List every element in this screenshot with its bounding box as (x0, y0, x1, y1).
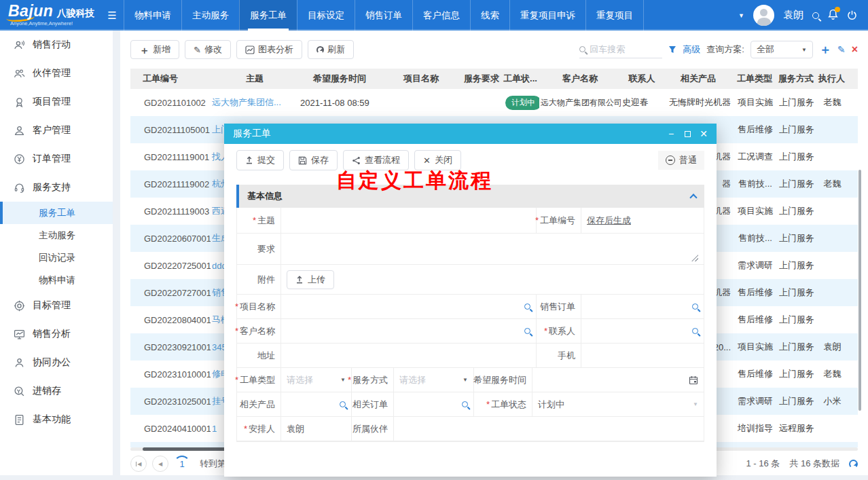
user-avatar[interactable] (753, 5, 774, 26)
sidebar-subitem[interactable]: 主动服务 (0, 224, 113, 246)
edit-button[interactable]: ✎ 修改 (185, 40, 231, 59)
cell-subject-link[interactable]: 远大物产集团信... (211, 96, 299, 109)
vertical-scrollbar[interactable] (858, 170, 861, 411)
topnav-item[interactable]: 物料申请 (124, 0, 181, 31)
topnav-item[interactable]: 重复项目申诉 (509, 0, 585, 31)
lookup-related-order-icon[interactable] (462, 401, 468, 407)
list-toolbar: ＋ 新增 ✎ 修改 图表分析 刷新 高级 查询方案: (130, 39, 858, 60)
first-page-button[interactable]: ◀ (130, 456, 147, 472)
query-plan-select[interactable]: 全部 ▼ (751, 41, 813, 58)
sidebar-item[interactable]: 订单管理 (0, 145, 113, 173)
method-select[interactable]: 请选择 ▼ (393, 368, 473, 392)
mobile-input[interactable] (587, 350, 698, 361)
upload-icon (295, 276, 304, 284)
add-button[interactable]: ＋ 新增 (130, 40, 179, 59)
lookup-sales-order-icon[interactable] (692, 303, 698, 310)
prev-page-button[interactable]: ◀ (152, 456, 168, 472)
sidebar-item[interactable]: 项目管理 (0, 88, 113, 116)
lookup-project-icon[interactable] (524, 303, 530, 310)
menu-toggle-icon[interactable]: ☰ (101, 0, 124, 31)
refresh-button-label: 刷新 (327, 43, 345, 56)
requirement-textarea[interactable] (281, 234, 704, 264)
current-page[interactable]: 1 (174, 456, 190, 472)
refresh-button[interactable]: 刷新 (308, 40, 354, 59)
search-input[interactable] (590, 44, 651, 54)
column-header[interactable]: 项目名称 (380, 73, 462, 85)
column-header[interactable]: 客户名称 (539, 73, 621, 85)
table-row[interactable]: GD2021101002 远大物产集团信... 2021-11-08 08:59… (130, 89, 858, 116)
column-header[interactable]: 服务要求 (462, 73, 501, 85)
sidebar-subitem[interactable]: 服务工单 (0, 202, 113, 224)
notifications-bell-icon[interactable] (828, 9, 838, 22)
save-button[interactable]: 保存 (289, 150, 338, 170)
topnav-item[interactable]: 目标设定 (297, 0, 355, 31)
global-search-icon[interactable] (812, 12, 819, 19)
close-button[interactable]: ✕ 关闭 (414, 150, 461, 170)
lookup-contact-icon[interactable] (692, 328, 698, 334)
column-header[interactable]: 联系人 (621, 73, 663, 85)
column-header[interactable]: 执行人 (816, 73, 847, 85)
column-header[interactable]: 相关产品 (663, 73, 734, 85)
sidebar-item[interactable]: 服务支持 (0, 173, 113, 202)
column-header[interactable]: 工单状... (501, 73, 539, 85)
column-header[interactable]: 服务方式 (776, 73, 816, 85)
user-name[interactable]: 袁朗 (783, 9, 803, 22)
chart-analysis-button[interactable]: 图表分析 (236, 40, 302, 59)
sidebar-subitem[interactable]: 回访记录 (0, 246, 113, 269)
column-header[interactable]: 希望服务时间 (299, 73, 380, 85)
delete-plan-icon[interactable]: × (852, 44, 858, 55)
lookup-customer-icon[interactable] (524, 328, 530, 334)
more-tabs-caret-icon[interactable]: ▼ (738, 12, 744, 19)
topnav-item[interactable]: 重复项目 (585, 0, 644, 31)
type-select[interactable]: 请选择 ▼ (281, 368, 351, 392)
section-basic-info[interactable]: 基本信息 (236, 185, 704, 208)
chevron-up-icon[interactable] (689, 193, 697, 201)
column-header[interactable]: 主题 (211, 73, 299, 85)
sales-order-input[interactable] (587, 301, 692, 312)
table-header-row: 工单编号主题希望服务时间项目名称服务要求工单状...客户名称联系人相关产品工单类… (130, 69, 858, 89)
topnav-item[interactable]: 客户信息 (412, 0, 470, 31)
lookup-product-icon[interactable] (340, 401, 346, 407)
sidebar-item[interactable]: 销售分析 (0, 320, 113, 348)
column-header[interactable]: 工单编号 (143, 73, 211, 85)
close-icon[interactable]: ✕ (700, 130, 708, 138)
advanced-search-link[interactable]: 高级 (683, 43, 700, 56)
expect-time-input[interactable] (532, 368, 704, 392)
priority-selector[interactable]: 普通 (658, 151, 704, 170)
customer-input[interactable] (287, 326, 524, 336)
modal-header[interactable]: 服务工单 − ✕ (224, 124, 717, 144)
sidebar-item[interactable]: 目标管理 (0, 291, 113, 320)
logout-power-icon[interactable] (847, 10, 857, 20)
filter-funnel-icon[interactable] (668, 45, 676, 54)
address-input[interactable] (287, 350, 530, 361)
sidebar-item[interactable]: 进销存 (0, 377, 113, 405)
maximize-icon[interactable] (683, 130, 691, 138)
column-header[interactable]: 工单类型 (734, 73, 776, 85)
view-flow-button[interactable]: 查看流程 (343, 150, 409, 170)
sidebar-item[interactable]: 伙伴管理 (0, 59, 113, 88)
sidebar-item[interactable]: 协同办公 (0, 348, 113, 377)
resize-handle-icon[interactable] (691, 255, 698, 261)
topnav-item[interactable]: 服务工单 (239, 0, 297, 31)
contact-input[interactable] (587, 326, 692, 336)
sidebar-item[interactable]: 客户管理 (0, 116, 113, 145)
submit-button[interactable]: 提交 (236, 150, 284, 170)
partner-field[interactable] (393, 417, 704, 441)
sidebar-subitem[interactable]: 物料申请 (0, 269, 113, 291)
minimize-icon[interactable]: − (667, 130, 675, 138)
product-input[interactable] (287, 399, 340, 409)
calendar-icon[interactable] (689, 375, 698, 385)
add-plan-icon[interactable]: ＋ (819, 43, 831, 56)
sidebar-item[interactable]: 销售行动 (0, 31, 113, 59)
subject-input[interactable] (287, 215, 530, 225)
topnav-item[interactable]: 销售订单 (355, 0, 412, 31)
topnav-item[interactable]: 线索 (470, 0, 509, 31)
related-order-input[interactable] (399, 399, 462, 409)
refresh-list-icon[interactable] (849, 460, 858, 468)
upload-attachment-button[interactable]: 上传 (287, 270, 334, 289)
status-select[interactable]: 计划中 ▼ (532, 392, 704, 416)
project-input[interactable] (287, 301, 524, 312)
sidebar-item[interactable]: 基本功能 (0, 405, 113, 434)
edit-plan-icon[interactable]: ✎ (837, 44, 846, 55)
topnav-item[interactable]: 主动服务 (181, 0, 239, 31)
